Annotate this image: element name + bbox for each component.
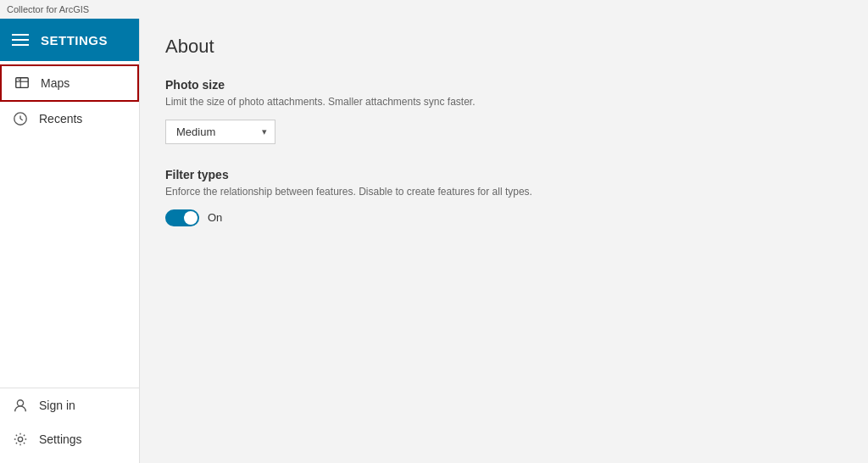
svg-rect-0 <box>16 78 28 88</box>
svg-point-7 <box>18 437 22 441</box>
clock-icon <box>12 110 29 127</box>
sidebar-item-signin-label: Sign in <box>39 399 75 412</box>
photo-size-desc: Limit the size of photo attachments. Sma… <box>165 95 843 109</box>
gear-icon <box>12 431 29 448</box>
sidebar: SETTINGS Maps <box>0 19 140 463</box>
nav-items: Maps Recents <box>0 61 139 388</box>
title-bar: Collector for ArcGIS <box>0 0 868 19</box>
content-area: About Photo size Limit the size of photo… <box>140 19 868 463</box>
toggle-slider <box>165 209 199 226</box>
filter-types-setting: Filter types Enforce the relationship be… <box>165 168 843 226</box>
content-main: About Photo size Limit the size of photo… <box>140 19 868 463</box>
sidebar-item-recents[interactable]: Recents <box>0 102 139 136</box>
toggle-row: On <box>165 209 843 226</box>
map-icon <box>14 75 31 92</box>
filter-types-desc: Enforce the relationship between feature… <box>165 185 843 199</box>
header-title: SETTINGS <box>41 33 108 47</box>
section-title: About <box>165 36 843 58</box>
sidebar-item-maps[interactable]: Maps <box>0 64 139 102</box>
sidebar-item-maps-label: Maps <box>41 76 70 90</box>
svg-line-5 <box>20 119 23 120</box>
sidebar-item-settings-label: Settings <box>39 432 82 446</box>
photo-size-dropdown-wrapper: Small Medium Large ▾ <box>165 120 275 144</box>
sidebar-item-settings[interactable]: Settings <box>0 422 139 456</box>
toggle-label: On <box>208 211 222 224</box>
photo-size-select[interactable]: Small Medium Large <box>165 120 275 144</box>
main-area: SETTINGS Maps <box>0 19 868 463</box>
title-bar-text: Collector for ArcGIS <box>7 4 89 14</box>
filter-types-label: Filter types <box>165 168 843 181</box>
app-container: Collector for ArcGIS SETTINGS <box>0 0 868 463</box>
hamburger-icon[interactable] <box>12 34 29 46</box>
photo-size-setting: Photo size Limit the size of photo attac… <box>165 78 843 144</box>
sidebar-item-recents-label: Recents <box>39 112 82 126</box>
header-bar: SETTINGS <box>0 19 139 61</box>
nav-bottom: Sign in Settings <box>0 388 139 463</box>
sidebar-item-signin[interactable]: Sign in <box>0 388 139 422</box>
photo-size-label: Photo size <box>165 78 843 92</box>
svg-point-6 <box>17 400 23 406</box>
filter-types-toggle[interactable] <box>165 209 199 226</box>
user-icon <box>12 397 29 414</box>
